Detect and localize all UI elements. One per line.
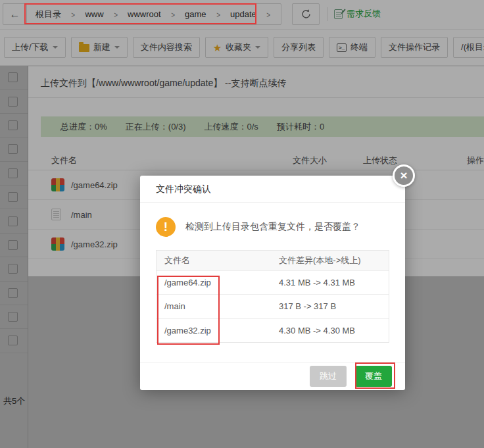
conflict-table-header: 文件名 文件差异(本地->线上): [157, 251, 389, 270]
conflict-row: /game64.zip 4.31 MB -> 4.31 MB: [157, 270, 389, 294]
conflict-diff: 4.31 MB -> 4.31 MB: [279, 278, 389, 287]
warning-row: ! 检测到上传目录包含重复文件，是否覆盖？: [140, 203, 405, 247]
backdrop-shade-left: [0, 66, 28, 448]
warning-message: 检测到上传目录包含重复文件，是否覆盖？: [185, 221, 360, 233]
file-manager-screen: ← 根目录 > www > wwwroot > game > update >: [0, 0, 484, 448]
column-header-diff: 文件差异(本地->线上): [279, 255, 389, 266]
conflict-filename: /main: [157, 301, 279, 311]
skip-button[interactable]: 跳过: [310, 366, 347, 387]
conflict-row: /game32.zip 4.30 MB -> 4.30 MB: [157, 318, 389, 342]
close-icon: ×: [400, 168, 407, 183]
conflict-filename: /game32.zip: [157, 326, 279, 336]
conflict-filename: /game64.zip: [157, 278, 279, 287]
conflict-diff: 317 B -> 317 B: [279, 301, 389, 311]
conflict-table: 文件名 文件差异(本地->线上) /game64.zip 4.31 MB -> …: [156, 250, 389, 343]
modal-footer: 跳过 覆盖: [140, 362, 405, 390]
modal-title: 文件冲突确认: [140, 176, 405, 203]
overwrite-button[interactable]: 覆盖: [355, 366, 392, 387]
close-button[interactable]: ×: [393, 164, 415, 187]
conflict-row: /main 317 B -> 317 B: [157, 294, 389, 318]
conflict-diff: 4.30 MB -> 4.30 MB: [279, 326, 389, 336]
file-conflict-modal: 文件冲突确认 × ! 检测到上传目录包含重复文件，是否覆盖？ 文件名 文件差异(…: [140, 176, 405, 390]
column-header-filename: 文件名: [157, 255, 279, 266]
warning-icon: !: [156, 217, 176, 237]
